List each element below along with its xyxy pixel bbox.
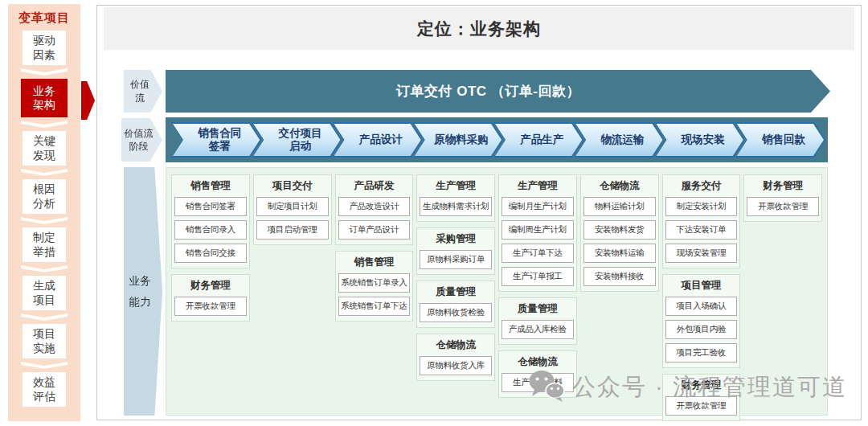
sidebar-title: 变革项目 <box>8 10 80 26</box>
active-item-arrow <box>81 81 95 120</box>
capability-group-title: 仓储物流 <box>502 354 574 369</box>
capability-item: 订单产品设计 <box>338 220 411 240</box>
chevron-down-separator <box>21 68 68 76</box>
capability-item: 下达安装订单 <box>665 220 738 240</box>
sidebar-item-generate-projects[interactable]: 生成 项目 <box>23 276 66 310</box>
capability-item: 原物料收货入库 <box>420 356 492 375</box>
capability-group: 生产管理 生成物料需求计划 <box>416 174 495 222</box>
capability-group-title: 生产管理 <box>502 178 574 193</box>
capability-column-2: 项目交付 制定项目计划 项目启动管理 <box>253 174 332 245</box>
sidebar-item-driving-factors[interactable]: 驱动 因素 <box>23 31 66 65</box>
capability-item: 现场安装管理 <box>665 244 738 263</box>
capability-item: 生产订单报工 <box>502 267 574 286</box>
capability-item: 原物料采购订单 <box>420 250 492 269</box>
stage-chevron-bar: 销售合同 签署 交付项目 启动 产品设计 原物料采购 产品生产 物流运输 现场安… <box>166 117 828 162</box>
stage-product-design: 产品设计 <box>333 122 423 158</box>
capability-item: 项目启动管理 <box>256 220 329 240</box>
capability-column-4: 生产管理 生成物料需求计划 采购管理 原物料采购订单 质量管理 原物料收货检验 … <box>416 174 495 381</box>
sidebar-item-key-findings[interactable]: 关键 发现 <box>23 131 66 166</box>
chevron-down-separator <box>21 169 68 176</box>
capability-item: 生成物料需求计划 <box>420 197 492 216</box>
capability-item: 安装物料发货 <box>583 220 656 240</box>
capability-group-title: 生产管理 <box>420 178 492 193</box>
chevron-down-separator <box>21 362 68 369</box>
capability-item: 系统销售订单下达 <box>338 297 411 316</box>
capability-item: 制定项目计划 <box>256 197 329 216</box>
capability-item: 编制月生产计划 <box>502 197 574 216</box>
stage-production: 产品生产 <box>493 122 583 158</box>
chevron-down-separator <box>21 121 68 128</box>
capability-group-title: 项目交付 <box>256 178 329 193</box>
value-stream-row-label: 价值 流 <box>124 70 162 113</box>
stage-sales-collection: 销售回款 <box>735 122 825 158</box>
capability-group-title: 产品研发 <box>338 178 411 193</box>
capability-group: 项目交付 制定项目计划 项目启动管理 <box>253 174 332 245</box>
capability-group: 销售管理 销售合同签署 销售合同录入 销售合同交接 <box>171 174 250 268</box>
capability-group-title: 服务交付 <box>665 178 738 193</box>
capability-row-label: 业务 能力 <box>124 167 162 416</box>
chevron-down-separator <box>21 217 68 224</box>
sidebar-item-define-measures[interactable]: 制定 举措 <box>23 227 66 262</box>
sidebar-item-business-architecture[interactable]: 业务 架构 <box>21 79 68 117</box>
watermark-text: 公众号 · 流程管理道可道 <box>572 371 847 403</box>
capability-column-1: 销售管理 销售合同签署 销售合同录入 销售合同交接 财务管理 开票收款管理 <box>171 174 250 322</box>
capability-group: 销售管理 系统销售订单录入 系统销售订单下达 <box>335 251 414 322</box>
capability-item: 制定安装计划 <box>665 197 738 216</box>
capability-item: 外包项目内验 <box>665 320 738 339</box>
capability-item: 原物料收货检验 <box>420 303 492 322</box>
watermark: 公众号 · 流程管理道可道 <box>528 369 847 406</box>
page-title: 定位：业务架构 <box>104 7 854 50</box>
capability-item: 物料运输计划 <box>583 197 656 216</box>
capability-item: 安装物料接收 <box>583 267 656 286</box>
change-project-sidebar: 变革项目 驱动 因素 业务 架构 关键 发现 根因 分析 制定 举措 生成 项目… <box>8 4 80 421</box>
capability-item: 产品改造设计 <box>338 197 411 216</box>
capability-column-5: 生产管理 编制月生产计划 编制周生产计划 生产订单下达 生产订单报工 质量管理 … <box>498 174 577 398</box>
stage-raw-material-procurement: 原物料采购 <box>413 122 503 158</box>
capability-item: 销售合同交接 <box>174 244 247 263</box>
stage-logistics: 物流运输 <box>574 122 664 158</box>
stage-delivery-project-kickoff: 交付项目 启动 <box>252 122 342 158</box>
capability-group-title: 销售管理 <box>174 178 247 193</box>
stage-onsite-installation: 现场安装 <box>655 122 745 158</box>
capability-group: 财务管理 开票收款管理 <box>171 274 250 322</box>
capability-group: 产品研发 产品改造设计 订单产品设计 <box>335 174 414 245</box>
capability-group-title: 项目管理 <box>665 277 738 293</box>
capability-group-title: 质量管理 <box>502 301 574 316</box>
capability-group: 项目管理 项目入场确认 外包项目内验 项目完工验收 <box>662 274 741 368</box>
capability-group-title: 销售管理 <box>338 254 411 269</box>
sidebar-item-root-cause[interactable]: 根因 分析 <box>23 179 66 214</box>
sidebar-item-project-implementation[interactable]: 项目 实施 <box>23 324 66 358</box>
capability-group-title: 仓储物流 <box>420 337 492 352</box>
capability-item: 产成品入库检验 <box>502 320 574 339</box>
stage-row-label: 价值流 阶段 <box>121 118 162 162</box>
capability-group: 财务管理 开票收款管理 <box>743 174 822 222</box>
capability-item: 安装物料运输 <box>583 244 656 263</box>
capability-item: 开票收款管理 <box>174 297 247 316</box>
capability-group: 采购管理 原物料采购订单 <box>416 227 495 275</box>
wechat-icon <box>528 369 565 406</box>
capability-group: 服务交付 制定安装计划 下达安装订单 现场安装管理 <box>662 174 741 268</box>
capability-group: 仓储物流 物料运输计划 安装物料发货 安装物料运输 安装物料接收 <box>580 174 659 292</box>
capability-group: 仓储物流 原物料收货入库 <box>416 334 495 381</box>
business-architecture-slide: 定位：业务架构 价值 流 订单交付 OTC （订单-回款） 价值流 阶段 销售合… <box>96 5 862 420</box>
capability-column-3: 产品研发 产品改造设计 订单产品设计 销售管理 系统销售订单录入 系统销售订单下… <box>335 174 414 322</box>
value-stream-banner: 订单交付 OTC （订单-回款） <box>166 70 830 113</box>
capability-group-title: 财务管理 <box>747 178 819 193</box>
capability-group: 质量管理 产成品入库检验 <box>498 297 577 345</box>
capability-column-8: 财务管理 开票收款管理 <box>743 174 822 222</box>
chevron-down-separator <box>21 313 68 321</box>
capability-item: 编制周生产计划 <box>502 220 574 240</box>
chevron-down-separator <box>21 265 68 272</box>
capability-group-title: 仓储物流 <box>583 178 656 193</box>
capability-item: 项目完工验收 <box>665 343 738 363</box>
capability-column-6: 仓储物流 物料运输计划 安装物料发货 安装物料运输 安装物料接收 <box>580 174 659 292</box>
sidebar-item-benefit-evaluation[interactable]: 效益 评估 <box>23 372 66 407</box>
capability-item: 销售合同签署 <box>174 197 247 216</box>
capability-item: 项目入场确认 <box>665 297 738 316</box>
capability-group-title: 质量管理 <box>420 284 492 299</box>
stage-sales-contract-signing: 销售合同 签署 <box>171 122 261 158</box>
capability-group: 生产管理 编制月生产计划 编制周生产计划 生产订单下达 生产订单报工 <box>498 174 577 292</box>
capability-item: 生产订单下达 <box>502 244 574 263</box>
capability-item: 系统销售订单录入 <box>338 273 411 293</box>
capability-item: 销售合同录入 <box>174 220 247 240</box>
